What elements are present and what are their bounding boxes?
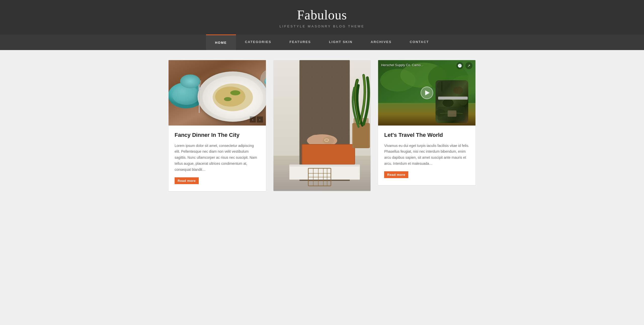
share-icon[interactable]: ↗ — [465, 62, 472, 69]
post-excerpt-1: Lorem ipsum dolor sit amet, consectetur … — [175, 143, 260, 173]
svg-rect-30 — [289, 165, 360, 180]
next-arrow[interactable]: › — [257, 116, 263, 123]
post-image-3: Herschel Supply Co. Camo... 🕐 ↗ — [378, 60, 475, 126]
video-controls: 🕐 ↗ — [456, 62, 472, 69]
post-title-3: Let's Travel The World — [384, 132, 469, 139]
clock-icon[interactable]: 🕐 — [456, 62, 463, 69]
svg-rect-28 — [302, 144, 355, 165]
post-card-2 — [273, 60, 371, 191]
video-title: Herschel Supply Co. Camo... — [381, 63, 423, 67]
svg-point-9 — [224, 97, 231, 101]
play-button[interactable] — [421, 87, 433, 99]
site-title: Fabulous — [5, 8, 639, 22]
post-excerpt-3: Vivamus eu dui eget turpis iaculis facil… — [384, 143, 469, 167]
post-body-3: Let's Travel The World Vivamus eu dui eg… — [378, 126, 475, 185]
nav-item-light-skin[interactable]: LIGHT SKIN — [320, 34, 362, 50]
nav-item-archives[interactable]: ARCHIVES — [362, 34, 401, 50]
post-card-1: ‹ › Fancy Dinner In The City Lorem ipsum… — [169, 60, 266, 191]
post-grid: ‹ › Fancy Dinner In The City Lorem ipsum… — [164, 60, 480, 191]
post-card-3: Herschel Supply Co. Camo... 🕐 ↗ Let's Tr… — [378, 60, 475, 185]
site-header: Fabulous LIFESTYLE MASONRY BLOG THEME — [0, 0, 644, 34]
svg-point-8 — [230, 90, 240, 95]
post-image-1: ‹ › — [169, 60, 266, 126]
svg-rect-31 — [289, 165, 360, 167]
svg-point-25 — [309, 135, 322, 144]
nav-item-categories[interactable]: CATEGORIES — [236, 34, 280, 50]
nav-item-home[interactable]: HOME — [206, 34, 236, 50]
site-tagline: LIFESTYLE MASONRY BLOG THEME — [5, 24, 639, 28]
svg-rect-12 — [199, 80, 200, 90]
svg-rect-13 — [200, 80, 201, 90]
read-more-button-3[interactable]: Read more — [384, 171, 408, 178]
post-title-1: Fancy Dinner In The City — [175, 132, 260, 139]
post-body-1: Fancy Dinner In The City Lorem ipsum dol… — [169, 126, 266, 191]
svg-point-3 — [172, 86, 200, 105]
svg-point-7 — [215, 87, 245, 107]
slider-navigation: ‹ › — [250, 116, 263, 123]
read-more-button-1[interactable]: Read more — [175, 177, 199, 184]
svg-rect-11 — [198, 80, 198, 90]
play-triangle-icon — [425, 90, 430, 95]
nav-item-contact[interactable]: CONTACT — [401, 34, 438, 50]
post-image-2 — [273, 60, 371, 191]
prev-arrow[interactable]: ‹ — [250, 116, 256, 123]
main-nav: HOME CATEGORIES FEATURES LIGHT SKIN ARCH… — [0, 34, 644, 50]
nav-item-features[interactable]: FEATURES — [280, 34, 320, 50]
